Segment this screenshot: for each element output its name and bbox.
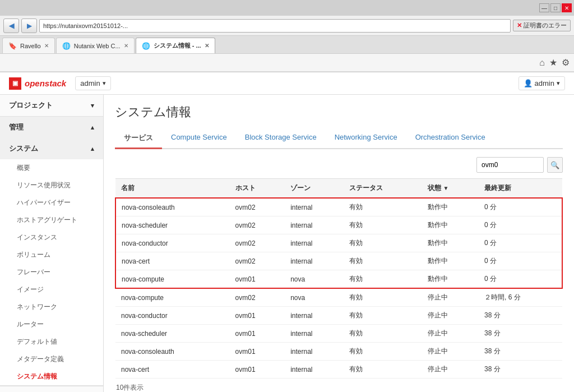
sidebar-item-defaults[interactable]: デフォルト値 — [0, 333, 103, 351]
logo-area: ▣ openstack — [9, 77, 66, 90]
table-row: nova-conductorovm01internal有効停止中38 分 — [115, 307, 562, 325]
tab-icon-ravello: 🔖 — [8, 42, 17, 50]
table-row: nova-consoleauthovm01internal有効停止中38 分 — [115, 343, 562, 361]
admin-menu-button[interactable]: admin▾ — [75, 76, 110, 90]
tab-compute[interactable]: Compute Service — [162, 128, 236, 149]
sidebar-admin-label: 管理 — [9, 122, 24, 132]
sidebar-item-network[interactable]: ネットワーク — [0, 298, 103, 316]
cert-error-text: 証明書のエラー — [524, 21, 567, 30]
sidebar-item-routers[interactable]: ルーター — [0, 316, 103, 333]
title-bar-buttons: — □ ✕ — [539, 3, 572, 12]
content-area: システム情報 サービス Compute Service Block Storag… — [104, 95, 574, 392]
table-footer: 10件表示 — [115, 379, 563, 392]
sidebar-header-usermgmt[interactable]: ユーザー管理 ▾ — [0, 386, 103, 392]
tab-label-sysinfo: システム情報 - ... — [154, 41, 201, 50]
close-button[interactable]: ✕ — [562, 3, 572, 12]
tab-close-sysinfo[interactable]: ✕ — [205, 43, 209, 49]
col-header-zone: ゾーン — [285, 179, 343, 199]
col-header-host: ホスト — [230, 179, 285, 199]
filter-bar: 🔍 — [115, 157, 563, 173]
tab-networking[interactable]: Networking Service — [326, 128, 406, 149]
cert-error-button[interactable]: ✕ 証明書のエラー — [513, 20, 571, 31]
app-container: ▣ openstack admin▾👤admin▾ プロジェクト ▾ 管理 ▴ — [0, 72, 574, 392]
main-layout: プロジェクト ▾ 管理 ▴ システム ▴ 概要 リソース使用状況 ハイパーバイザ… — [0, 95, 574, 392]
settings-icon[interactable]: ⚙ — [562, 57, 570, 68]
minimize-button[interactable]: — — [539, 3, 549, 12]
tab-label-ravello: Ravello — [20, 43, 41, 49]
favorites-icon[interactable]: ★ — [549, 57, 557, 68]
toolbar-bar: ⌂ ★ ⚙ — [0, 54, 574, 72]
browser-tab-sysinfo[interactable]: 🌐 システム情報 - ... ✕ — [136, 38, 215, 53]
browser-tab-nutanix[interactable]: 🌐 Nutanix Web C... ✕ — [56, 38, 135, 53]
table-row: nova-schedulerovm02internal有効動作中0 分 — [115, 216, 562, 234]
sidebar-admin-chevron: ▴ — [91, 124, 94, 131]
sidebar-item-images[interactable]: イメージ — [0, 281, 103, 298]
sidebar-project-label: プロジェクト — [9, 100, 53, 110]
search-button[interactable]: 🔍 — [547, 157, 563, 173]
sidebar-system-chevron: ▴ — [91, 145, 94, 153]
sidebar-item-instances[interactable]: インスタンス — [0, 229, 103, 246]
sidebar-project-chevron: ▾ — [91, 102, 94, 109]
table-row: nova-schedulerovm01internal有効停止中38 分 — [115, 325, 562, 343]
browser-tabs-bar: 🔖 Ravello ✕ 🌐 Nutanix Web C... ✕ 🌐 システム情… — [0, 36, 574, 54]
table-row: nova-conductorovm02internal有効動作中0 分 — [115, 234, 562, 252]
col-header-state: 状態 ▼ — [422, 179, 479, 199]
logo-icon: ▣ — [9, 77, 21, 90]
title-bar: — □ ✕ — [0, 0, 574, 16]
sidebar-item-flavor[interactable]: フレーバー — [0, 264, 103, 281]
col-header-updated: 最終更新 — [479, 179, 562, 199]
tab-icon-sysinfo: 🌐 — [142, 42, 150, 50]
sidebar-section-system: システム ▴ 概要 リソース使用状況 ハイパーバイザー ホストアグリゲート イン… — [0, 138, 103, 386]
sidebar-item-hypervisor[interactable]: ハイパーバイザー — [0, 194, 103, 211]
sidebar-section-admin: 管理 ▴ システム ▴ 概要 リソース使用状況 ハイパーバイザー ホストアグリゲ… — [0, 117, 103, 386]
sidebar-header-admin[interactable]: 管理 ▴ — [0, 117, 103, 138]
sidebar-section-usermgmt: ユーザー管理 ▾ — [0, 386, 103, 392]
sidebar-item-overview[interactable]: 概要 — [0, 159, 103, 177]
table-row: nova-computeovm02nova有効停止中２時間, 6 分 — [115, 288, 562, 307]
forward-button[interactable]: ▶ — [21, 19, 37, 33]
cert-error-icon: ✕ — [517, 22, 522, 29]
service-tabs: サービス Compute Service Block Storage Servi… — [115, 128, 563, 149]
tab-orchestration[interactable]: Orchestration Service — [406, 128, 494, 149]
browser-tab-ravello[interactable]: 🔖 Ravello ✕ — [2, 38, 55, 53]
col-header-status: ステータス — [344, 179, 423, 199]
tab-services[interactable]: サービス — [115, 128, 162, 149]
filter-input[interactable] — [476, 157, 544, 173]
back-button[interactable]: ◀ — [3, 19, 19, 33]
col-header-name: 名前 — [115, 179, 230, 199]
sidebar-item-resource[interactable]: リソース使用状況 — [0, 177, 103, 194]
url-box[interactable]: https://nutanixovm20151012-... — [39, 19, 511, 33]
sidebar-item-sysinfo[interactable]: システム情報 — [0, 368, 103, 385]
sidebar-system-label: システム — [9, 144, 38, 154]
tab-label-nutanix: Nutanix Web C... — [74, 43, 121, 49]
table-row: nova-certovm02internal有効動作中0 分 — [115, 252, 562, 270]
sidebar-item-metadata[interactable]: メタデータ定義 — [0, 351, 103, 368]
browser-chrome: — □ ✕ ◀ ▶ https://nutanixovm20151012-...… — [0, 0, 574, 72]
admin-label: admin — [80, 79, 100, 87]
sidebar-section-project: プロジェクト ▾ — [0, 95, 103, 117]
user-menu-button[interactable]: 👤admin▾ — [519, 76, 565, 90]
sidebar: プロジェクト ▾ 管理 ▴ システム ▴ 概要 リソース使用状況 ハイパーバイザ… — [0, 95, 104, 392]
search-icon: 🔍 — [550, 161, 559, 169]
user-chevron-icon: ▾ — [557, 80, 560, 87]
tab-block[interactable]: Block Storage Service — [236, 128, 326, 149]
sidebar-item-aggregate[interactable]: ホストアグリゲート — [0, 211, 103, 229]
home-icon[interactable]: ⌂ — [539, 58, 545, 68]
url-text: https://nutanixovm20151012-... — [43, 22, 128, 29]
top-nav: ▣ openstack admin▾👤admin▾ — [0, 72, 574, 95]
sidebar-item-volumes[interactable]: ボリューム — [0, 246, 103, 264]
page-title: システム情報 — [115, 104, 563, 121]
table-row: nova-consoleauthovm02internal有効動作中0 分 — [115, 198, 562, 216]
admin-chevron-icon: ▾ — [103, 80, 106, 87]
tab-close-ravello[interactable]: ✕ — [44, 43, 49, 49]
maximize-button[interactable]: □ — [550, 3, 561, 12]
logo-square-text: ▣ — [12, 80, 18, 87]
table-body: nova-consoleauthovm02internal有効動作中0 分nov… — [115, 198, 562, 379]
data-table: 名前 ホスト ゾーン ステータス 状態 ▼ 最終更新 nova-consolea… — [115, 178, 563, 379]
table-row: nova-computeovm01nova有効動作中0 分 — [115, 270, 562, 289]
tab-close-nutanix[interactable]: ✕ — [124, 43, 128, 49]
logo-text: openstack — [25, 79, 66, 88]
sidebar-header-project[interactable]: プロジェクト ▾ — [0, 95, 103, 116]
address-bar: ◀ ▶ https://nutanixovm20151012-... ✕ 証明書… — [0, 16, 574, 36]
sidebar-header-system[interactable]: システム ▴ — [0, 138, 103, 159]
